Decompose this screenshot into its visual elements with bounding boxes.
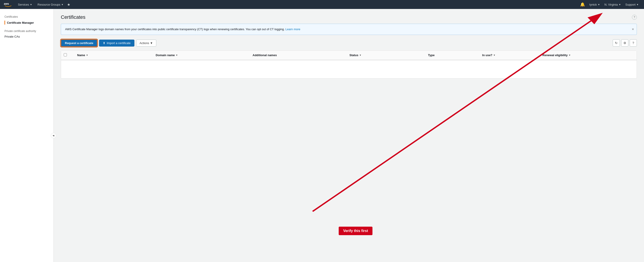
col-header-renewal[interactable]: Renewal eligibility ▼ <box>540 51 636 59</box>
annotation-arrow-svg <box>54 9 644 262</box>
renewal-sort-icon: ▼ <box>569 54 571 56</box>
col-header-name[interactable]: Name ▼ <box>74 51 153 59</box>
select-all-checkbox-cell[interactable] <box>61 51 70 60</box>
aws-logo[interactable]: aws <box>4 2 12 7</box>
info-banner-close-icon[interactable]: × <box>632 27 634 32</box>
resource-groups-nav[interactable]: Resource Groups ▼ <box>36 2 65 7</box>
user-menu[interactable]: tynick ▼ <box>588 2 602 7</box>
inuse-sort-icon: ▼ <box>493 54 496 56</box>
sidebar-section-pca: Private certificate authority <box>0 26 54 34</box>
help-icon[interactable]: ? <box>632 15 637 20</box>
learn-more-link[interactable]: Learn more <box>286 28 300 31</box>
table-empty-state <box>61 60 636 78</box>
services-nav[interactable]: Services ▼ <box>16 2 34 7</box>
col-header-inuse[interactable]: In use? ▼ <box>480 51 540 59</box>
name-sort-icon: ▼ <box>86 54 88 56</box>
toolbar: Request a certificate ⬆ Import a certifi… <box>61 39 637 47</box>
settings-button[interactable]: ⚙ <box>621 39 628 47</box>
sidebar-item-certificate-manager[interactable]: Certificate Manager <box>0 19 54 26</box>
page-layout: Certificates Certificate Manager Private… <box>0 9 644 262</box>
page-title: Certificates <box>61 14 86 20</box>
table-help-icon[interactable]: ? <box>630 39 637 47</box>
import-icon: ⬆ <box>103 41 105 45</box>
annotation-overlay: Verify this first <box>54 9 644 262</box>
page-header: Certificates ? <box>61 14 637 20</box>
toolbar-right: ↻ ⚙ ? <box>613 39 637 47</box>
verify-label: Verify this first <box>339 227 372 235</box>
notifications-bell-icon[interactable]: 🔔 <box>580 2 585 7</box>
actions-chevron-icon: ▼ <box>150 41 153 45</box>
region-menu[interactable]: N. Virginia ▼ <box>603 2 623 7</box>
sidebar: Certificates Certificate Manager Private… <box>0 9 54 262</box>
col-header-domain[interactable]: Domain name ▼ <box>153 51 250 59</box>
sidebar-item-private-cas[interactable]: Private CAs <box>0 34 54 40</box>
refresh-button[interactable]: ↻ <box>613 39 620 47</box>
import-certificate-button[interactable]: ⬆ Import a certificate <box>99 40 134 47</box>
col-header-status[interactable]: Status ▼ <box>347 51 425 59</box>
request-certificate-button[interactable]: Request a certificate <box>61 39 97 47</box>
col-header-type[interactable]: Type <box>425 51 480 59</box>
svg-line-2 <box>312 18 594 211</box>
region-chevron-icon: ▼ <box>619 3 621 6</box>
nav-right: 🔔 tynick ▼ N. Virginia ▼ Support ▼ <box>580 2 640 7</box>
services-chevron-icon: ▼ <box>30 3 32 6</box>
status-sort-icon: ▼ <box>359 54 361 56</box>
sidebar-section-certificates: Certificates <box>0 14 54 19</box>
col-header-additional-names[interactable]: Additional names <box>250 51 347 59</box>
top-nav: aws Services ▼ Resource Groups ▼ ★ 🔔 tyn… <box>0 0 644 9</box>
user-chevron-icon: ▼ <box>598 3 600 6</box>
info-banner-text: AWS Certificate Manager logs domain name… <box>65 28 285 31</box>
sidebar-collapse-button[interactable]: ◀ <box>51 133 56 138</box>
info-banner: AWS Certificate Manager logs domain name… <box>61 24 637 35</box>
support-menu[interactable]: Support ▼ <box>624 2 640 7</box>
favorites-icon[interactable]: ★ <box>67 3 70 7</box>
domain-sort-icon: ▼ <box>176 54 178 56</box>
certificates-table: Name ▼ Domain name ▼ Additional names St… <box>61 50 637 79</box>
actions-button[interactable]: Actions ▼ <box>136 40 156 47</box>
support-chevron-icon: ▼ <box>636 3 639 6</box>
main-content: Certificates ? AWS Certificate Manager l… <box>54 9 644 262</box>
table-header: Name ▼ Domain name ▼ Additional names St… <box>61 51 636 60</box>
svg-text:aws: aws <box>4 2 9 5</box>
resource-groups-chevron-icon: ▼ <box>61 3 64 6</box>
select-all-checkbox[interactable] <box>64 53 67 56</box>
